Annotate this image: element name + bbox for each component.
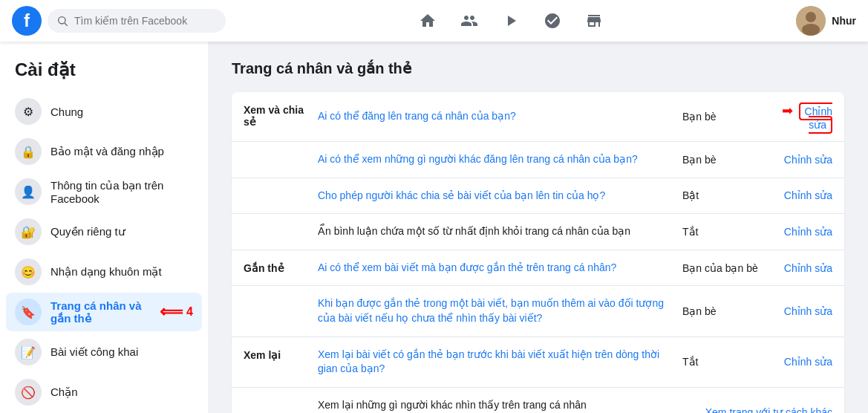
edit-link-2[interactable]: Chỉnh sửa bbox=[784, 189, 832, 201]
home-nav-btn[interactable] bbox=[410, 3, 446, 39]
video-nav-btn[interactable] bbox=[493, 3, 529, 39]
setting-description[interactable]: Ai có thể xem bài viết mà bạn được gắn t… bbox=[318, 261, 676, 276]
settings-row: Xem lại những gì người khác nhìn thấy tr… bbox=[232, 388, 844, 413]
number-annotation: 4 bbox=[186, 305, 193, 319]
settings-row: Gắn thẻ Ai có thể xem bài viết mà bạn đư… bbox=[232, 250, 844, 287]
svg-text:f: f bbox=[24, 10, 30, 30]
settings-row: Cho phép người khác chia sẻ bài viết của… bbox=[232, 178, 844, 215]
setting-value: Bạn bè bbox=[676, 305, 773, 317]
search-bar[interactable] bbox=[48, 9, 226, 33]
setting-value: Bạn của bạn bè bbox=[676, 262, 773, 274]
search-input[interactable] bbox=[74, 15, 217, 27]
edit-link-1[interactable]: Chỉnh sửa bbox=[784, 154, 832, 166]
section-label-empty bbox=[244, 398, 318, 400]
post-icon: 📝 bbox=[15, 339, 42, 365]
setting-description[interactable]: Ai có thể xem những gì người khác đăng l… bbox=[318, 152, 676, 167]
setting-value: Bạn bè bbox=[676, 154, 773, 166]
main-content: Trang cá nhân và gắn thẻ Xem và chia sẻ … bbox=[208, 42, 868, 413]
svg-line-3 bbox=[65, 23, 68, 26]
sidebar-item-trangcanhan[interactable]: 🔖 Trang cá nhân và gắn thẻ ⟸ 4 bbox=[6, 293, 202, 331]
nav-icons bbox=[226, 3, 796, 39]
user-icon: 👤 bbox=[15, 178, 42, 205]
sidebar-item-label: Bài viết công khai bbox=[50, 345, 138, 359]
arrow-annotation: ⟸ bbox=[160, 302, 183, 322]
setting-description-black: Ẩn bình luận chứa một số từ nhất định kh… bbox=[318, 224, 676, 239]
nav-right: Nhur bbox=[796, 6, 856, 36]
setting-value: Tắt bbox=[676, 226, 773, 238]
settings-row: Xem và chia sẻ Ai có thể đăng lên trang … bbox=[232, 92, 844, 142]
settings-row: Ai có thể xem những gì người khác đăng l… bbox=[232, 142, 844, 178]
settings-row: Ẩn bình luận chứa một số từ nhất định kh… bbox=[232, 214, 844, 250]
main-layout: Cài đặt ⚙ Chung 🔒 Bảo mật và đăng nhập 👤… bbox=[0, 42, 868, 413]
section-label-xem: Xem và chia sẻ bbox=[244, 103, 318, 128]
friends-nav-btn[interactable] bbox=[451, 3, 487, 39]
sidebar-item-quyenriengtu[interactable]: 🔐 Quyền riêng tư bbox=[6, 212, 202, 251]
setting-action: Chỉnh sửa bbox=[773, 356, 832, 368]
privacy-icon: 🔐 bbox=[15, 218, 42, 245]
section-label-empty bbox=[244, 296, 318, 298]
setting-description[interactable]: Ai có thể đăng lên trang cá nhân của bạn… bbox=[318, 109, 676, 124]
setting-action: Chỉnh sửa bbox=[773, 262, 832, 274]
sidebar-item-nhandang[interactable]: 😊 Nhận dạng khuôn mặt bbox=[6, 253, 202, 291]
sidebar-item-thongtin[interactable]: 👤 Thông tin của bạn trên Facebook bbox=[6, 172, 202, 211]
setting-value: Tắt bbox=[676, 356, 773, 368]
setting-action: Chỉnh sửa bbox=[773, 226, 832, 238]
tag-icon: 🔖 bbox=[15, 299, 42, 325]
edit-link-0[interactable]: Chỉnh sửa bbox=[799, 103, 832, 134]
sidebar-item-label: Bảo mật và đăng nhập bbox=[50, 145, 164, 158]
setting-action: Chỉnh sửa bbox=[773, 154, 832, 166]
svg-point-6 bbox=[802, 24, 820, 36]
setting-description[interactable]: Khi bạn được gắn thẻ trong một bài viết,… bbox=[318, 296, 676, 325]
user-name-label: Nhur bbox=[832, 15, 856, 27]
section-label-ganthe: Gắn thẻ bbox=[244, 261, 318, 274]
sidebar-item-label: Quyền riêng tư bbox=[50, 225, 125, 238]
sidebar-item-label: Chung bbox=[50, 105, 83, 118]
edit-link-6[interactable]: Chỉnh sửa bbox=[784, 356, 832, 368]
view-link[interactable]: Xem trang với tư cách khác bbox=[705, 406, 832, 413]
sidebar: Cài đặt ⚙ Chung 🔒 Bảo mật và đăng nhập 👤… bbox=[0, 42, 208, 413]
settings-table: Xem và chia sẻ Ai có thể đăng lên trang … bbox=[232, 92, 844, 413]
setting-description-black: Xem lại những gì người khác nhìn thấy tr… bbox=[318, 398, 587, 413]
sidebar-item-label: Nhận dạng khuôn mặt bbox=[50, 265, 162, 279]
edit-link-4[interactable]: Chỉnh sửa bbox=[784, 262, 832, 274]
face-icon: 😊 bbox=[15, 258, 42, 285]
marketplace-nav-btn[interactable] bbox=[576, 3, 612, 39]
setting-value: Bạn bè bbox=[676, 111, 773, 123]
groups-nav-btn[interactable] bbox=[535, 3, 570, 39]
edit-link-3[interactable]: Chỉnh sửa bbox=[784, 226, 832, 238]
settings-row: Xem lại Xem lại bài viết có gắn thẻ bạn … bbox=[232, 337, 844, 388]
lock-icon: 🔒 bbox=[15, 138, 42, 165]
sidebar-item-label: Chặn bbox=[50, 386, 78, 399]
page-title: Trang cá nhân và gắn thẻ bbox=[232, 59, 844, 77]
top-nav: f Nhur bbox=[0, 0, 868, 42]
setting-description[interactable]: Xem lại bài viết có gắn thẻ bạn trước kh… bbox=[318, 348, 676, 377]
sidebar-item-baiviet[interactable]: 📝 Bài viết công khai bbox=[6, 333, 202, 371]
setting-action: Chỉnh sửa bbox=[773, 305, 832, 317]
sidebar-title: Cài đặt bbox=[6, 53, 202, 92]
setting-action: ➡ Chỉnh sửa bbox=[773, 103, 832, 131]
svg-point-2 bbox=[59, 17, 65, 24]
settings-row: Khi bạn được gắn thẻ trong một bài viết,… bbox=[232, 286, 844, 336]
setting-action: Chỉnh sửa bbox=[773, 189, 832, 201]
block-icon: 🚫 bbox=[15, 379, 42, 406]
avatar[interactable] bbox=[796, 6, 826, 36]
section-label-empty bbox=[244, 189, 318, 190]
sidebar-item-label: Thông tin của bạn trên Facebook bbox=[50, 179, 193, 205]
sidebar-item-chan[interactable]: 🚫 Chặn bbox=[6, 373, 202, 412]
section-label-empty bbox=[244, 224, 318, 226]
sidebar-item-baomat[interactable]: 🔒 Bảo mật và đăng nhập bbox=[6, 132, 202, 171]
setting-description[interactable]: Cho phép người khác chia sẻ bài viết của… bbox=[318, 189, 676, 204]
gear-icon: ⚙ bbox=[15, 98, 42, 125]
section-label-xemlai: Xem lại bbox=[244, 348, 318, 361]
facebook-logo[interactable]: f bbox=[12, 6, 42, 36]
setting-action: Xem trang với tư cách khác bbox=[684, 406, 832, 413]
edit-link-5[interactable]: Chỉnh sửa bbox=[784, 305, 832, 317]
svg-point-5 bbox=[806, 12, 816, 22]
section-label-empty bbox=[244, 152, 318, 154]
right-arrow-annotation: ➡ bbox=[782, 103, 793, 118]
sidebar-item-chung[interactable]: ⚙ Chung bbox=[6, 92, 202, 131]
setting-value: Bật bbox=[676, 189, 773, 201]
sidebar-item-label: Trang cá nhân và gắn thẻ bbox=[50, 299, 154, 325]
